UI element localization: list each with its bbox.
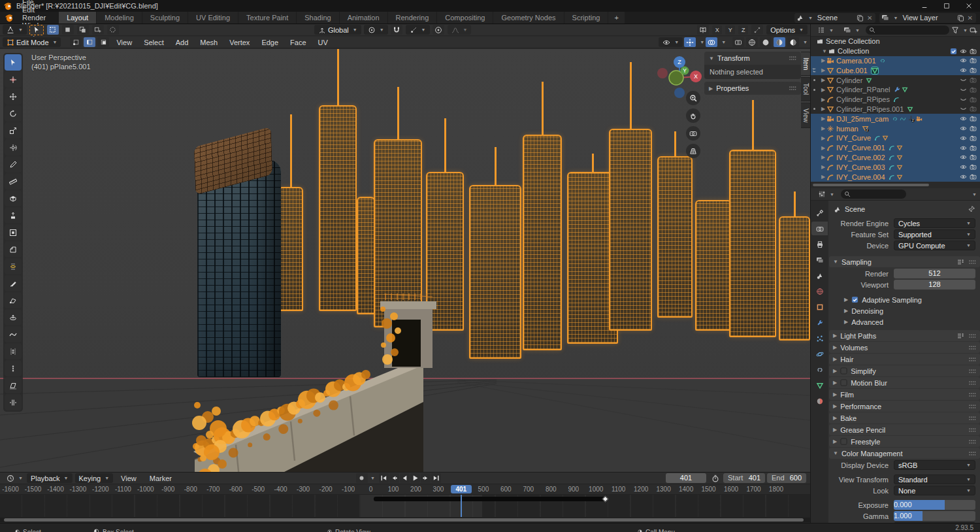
options-dropdown[interactable]: Options▼ <box>766 25 808 35</box>
shading-wireframe-button[interactable] <box>746 37 758 47</box>
render-toggle[interactable] <box>970 163 977 171</box>
tool-spin[interactable] <box>5 309 22 325</box>
properties-tab-tool[interactable] <box>811 206 828 220</box>
disclosure-icon[interactable]: ▶ <box>820 58 826 63</box>
properties-tab-modifiers[interactable] <box>811 316 828 329</box>
outliner-row[interactable]: Scene Collection <box>811 37 980 46</box>
building-object[interactable] <box>278 187 303 311</box>
properties-tab-render[interactable] <box>811 222 828 235</box>
add-workspace-button[interactable]: + <box>608 12 624 24</box>
view-layer-selector[interactable]: ▼ View Layer ✕ <box>879 13 976 23</box>
menu-add[interactable]: Add <box>171 39 194 46</box>
eye-toggle[interactable] <box>960 154 967 161</box>
properties-tab-particles[interactable] <box>811 331 828 345</box>
eye-toggle[interactable] <box>960 125 967 132</box>
outliner-search-input[interactable] <box>866 25 949 35</box>
disclosure-icon[interactable]: ▶ <box>820 67 826 73</box>
active-tool-button[interactable] <box>29 25 44 35</box>
eye-toggle[interactable] <box>960 115 967 122</box>
eye-toggle[interactable] <box>960 48 967 55</box>
disclosure-icon[interactable]: ▶ <box>820 116 826 122</box>
mode-dropdown[interactable]: Edit Mode▼ <box>3 37 61 47</box>
pan-button[interactable] <box>686 108 700 123</box>
tool-extrude-region[interactable] <box>5 207 22 224</box>
zoom-button[interactable] <box>686 91 700 105</box>
snap-target-dropdown[interactable]: ▼ <box>406 25 430 35</box>
outliner-row[interactable]: ▶IVY_Curve.004 <box>811 172 980 182</box>
properties-tab-material[interactable] <box>811 394 828 408</box>
shading-rendered-button[interactable] <box>787 37 799 47</box>
eye-toggle[interactable] <box>960 135 967 142</box>
sub-panel-denoising[interactable]: ▶Denoising <box>828 305 980 316</box>
npanel-tab-tool[interactable]: Tool <box>801 77 810 101</box>
outliner-row[interactable]: ▶Cylinder_RPipes.001 <box>811 105 980 114</box>
tool-move[interactable] <box>5 88 22 105</box>
circle-select-mode-button[interactable] <box>107 25 119 35</box>
prev-frame-button[interactable] <box>400 473 410 483</box>
eye-toggle[interactable] <box>960 96 967 103</box>
panel-header-simplify[interactable]: ▶Simplify <box>829 365 980 376</box>
render-toggle[interactable] <box>970 67 977 74</box>
panel-header-color-management[interactable]: ▼Color Management <box>829 448 980 459</box>
tool-bevel[interactable] <box>5 241 22 258</box>
properties-tab-scene[interactable] <box>811 269 828 282</box>
properties-search-input[interactable] <box>841 190 906 199</box>
disclosure-icon[interactable]: ▶ <box>820 125 826 131</box>
disclosure-icon[interactable]: ▼ <box>821 48 828 54</box>
disclosure-icon[interactable]: ▶ <box>820 154 826 160</box>
workspace-tab-modeling[interactable]: Modeling <box>97 12 142 24</box>
building-object[interactable] <box>426 172 464 331</box>
current-frame-field[interactable]: 401 <box>666 473 706 483</box>
workspace-tab-layout[interactable]: Layout <box>59 12 96 24</box>
end-frame-field[interactable]: End600 <box>767 473 806 483</box>
panel-header-motion-blur[interactable]: ▶Motion Blur <box>829 377 980 388</box>
npanel-tab-item[interactable]: Item <box>801 52 810 76</box>
building-object[interactable] <box>357 197 375 314</box>
collection-checkbox[interactable] <box>950 48 957 55</box>
auto-key-button[interactable] <box>356 473 368 483</box>
render-toggle[interactable] <box>970 125 977 132</box>
properties-tab-world[interactable] <box>811 284 828 298</box>
workspace-tab-shading[interactable]: Shading <box>297 12 338 24</box>
building-object[interactable] <box>319 105 357 311</box>
prev-keyframe-button[interactable] <box>389 473 399 483</box>
panel-header-hair[interactable]: ▶Hair <box>829 354 980 365</box>
building-object[interactable] <box>523 135 562 350</box>
outliner-row[interactable]: ▶Cylinder <box>811 75 980 85</box>
panel-checkbox[interactable] <box>840 438 847 445</box>
transform-orientation-dropdown[interactable]: Global▼ <box>314 25 361 35</box>
play-button[interactable] <box>410 473 420 483</box>
disclosure-icon[interactable]: ▶ <box>820 174 826 180</box>
keyframe-bar[interactable] <box>374 497 608 501</box>
outliner-row[interactable]: ▼Collection <box>811 46 980 56</box>
scrollbar-thumb[interactable] <box>4 518 804 522</box>
camera-view-button[interactable] <box>686 126 700 141</box>
number-field[interactable]: 512 <box>894 269 975 278</box>
menu-vertex[interactable]: Vertex <box>224 39 255 46</box>
timeline-content[interactable] <box>0 495 810 517</box>
tool-select-box[interactable] <box>5 54 22 71</box>
menu-edit[interactable]: Edit <box>16 6 54 14</box>
workspace-tab-compositing[interactable]: Compositing <box>437 12 493 24</box>
render-toggle[interactable] <box>970 48 977 55</box>
overlays-toggle[interactable] <box>706 37 717 47</box>
panel-header-bake[interactable]: ▶Bake <box>829 412 980 424</box>
building-object[interactable] <box>657 156 693 318</box>
cm-dropdown[interactable]: Standard▼ <box>894 474 975 484</box>
tool-transform[interactable] <box>5 139 22 156</box>
scene-selector[interactable]: ▼ Scene ✕ <box>794 13 876 23</box>
pivot-point-dropdown[interactable]: ▼ <box>364 25 388 35</box>
edge-select-button[interactable] <box>84 37 95 47</box>
outliner-row[interactable]: ▶DJI_25mm_cam2 <box>811 114 980 124</box>
render-toggle[interactable] <box>970 57 977 64</box>
workspace-tab-rendering[interactable]: Rendering <box>388 12 437 24</box>
outliner-display-mode[interactable]: ▼ <box>813 25 838 35</box>
eye-toggle[interactable] <box>960 57 967 64</box>
editor-type-selector[interactable]: ▼ <box>3 25 27 35</box>
building-object[interactable] <box>729 150 776 337</box>
workspace-tab-geometry-nodes[interactable]: Geometry Nodes <box>493 12 563 24</box>
properties-panel-header[interactable]: ▶ Properties <box>704 82 801 95</box>
timeline-menu-marker[interactable]: Marker <box>144 474 177 482</box>
disclosure-icon[interactable]: ▶ <box>820 135 826 141</box>
transform-panel-header[interactable]: ▼ Transform <box>704 52 801 65</box>
